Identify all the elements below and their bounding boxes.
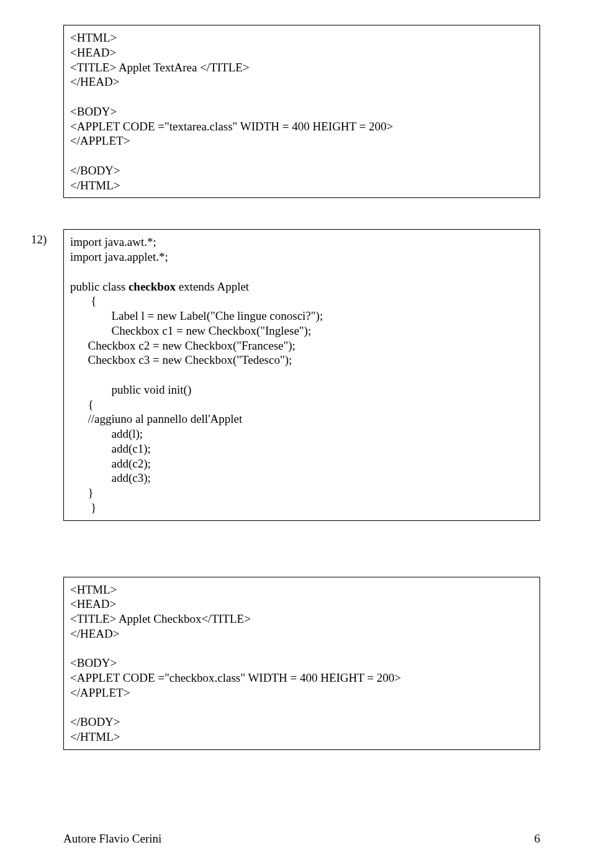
footer-page-number: 6 xyxy=(535,832,541,846)
code-text: import java.awt.*; import java.applet.*;… xyxy=(70,235,533,515)
code-text: <HTML> <HEAD> <TITLE> Applet Checkbox</T… xyxy=(70,582,533,744)
code-text: <HTML> <HEAD> <TITLE> Applet TextArea </… xyxy=(70,30,533,192)
code-block-2: import java.awt.*; import java.applet.*;… xyxy=(63,229,540,520)
code-block-1: <HTML> <HEAD> <TITLE> Applet TextArea </… xyxy=(63,25,540,198)
list-number: 12) xyxy=(31,233,47,246)
footer-author: Autore Flavio Cerini xyxy=(63,832,161,846)
code-block-3: <HTML> <HEAD> <TITLE> Applet Checkbox</T… xyxy=(63,577,540,750)
